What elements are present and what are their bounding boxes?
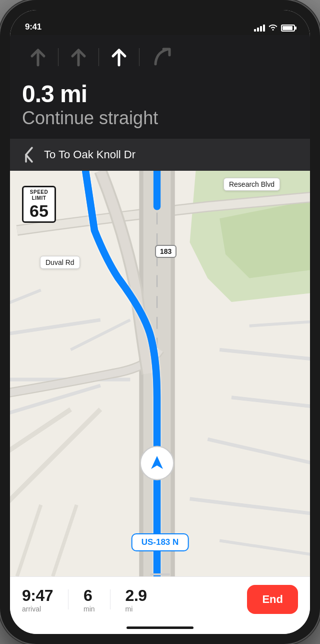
sub-instruction-text: To To Oak Knoll Dr [44, 148, 136, 161]
nav-header: 0.3 mi Continue straight [10, 35, 310, 139]
arrival-label: arrival [22, 605, 41, 613]
signal-bar-2 [257, 28, 259, 32]
status-icons [254, 24, 295, 32]
signal-bar-3 [260, 26, 262, 32]
speed-limit-label: SPEEDLIMIT [28, 189, 50, 201]
battery-icon [281, 25, 295, 32]
arrival-time: 9:47 [22, 586, 53, 605]
home-indicator [126, 626, 194, 629]
status-time: 9:41 [25, 22, 42, 32]
lane-arrow-3 [108, 42, 130, 72]
sub-arrow-icon [22, 146, 36, 164]
duval-rd-label: Duval Rd [40, 256, 80, 269]
signal-bar-4 [263, 25, 265, 32]
trip-distance-label: mi [126, 605, 133, 613]
wifi-icon [268, 24, 278, 32]
direction-text: Continue straight [22, 108, 298, 129]
divider-2 [110, 589, 110, 609]
signal-bar-1 [254, 29, 256, 32]
duration-value: 6 [84, 586, 92, 605]
phone-frame: 9:41 [0, 0, 320, 644]
arrival-group: 9:47 arrival [22, 586, 53, 613]
distance-group: 2.9 mi [126, 586, 147, 613]
lane-arrow-1 [27, 42, 49, 72]
research-blvd-label: Research Blvd [224, 178, 280, 191]
distance-row: 0.3 mi [22, 80, 298, 108]
phone-screen: 9:41 [10, 10, 310, 634]
lane-divider-3 [139, 48, 140, 66]
bottom-bar: 9:47 arrival 6 min 2.9 mi End [10, 576, 310, 634]
highway-183-badge: 183 [155, 245, 176, 258]
route-badge: US-183 N [132, 533, 189, 551]
lane-divider-1 [58, 48, 58, 66]
lane-arrow-2 [68, 42, 90, 72]
duration-group: 6 min [84, 586, 95, 613]
map-area[interactable]: SPEEDLIMIT 65 Research Blvd Duval Rd 183… [10, 171, 310, 576]
speed-limit-number: 65 [28, 202, 50, 219]
sub-instruction: To To Oak Knoll Dr [10, 139, 310, 171]
divider-1 [68, 589, 68, 609]
distance-value: 0.3 mi [22, 80, 87, 108]
signal-bars-icon [254, 25, 265, 32]
duration-label: min [84, 605, 95, 613]
trip-distance-value: 2.9 [126, 586, 147, 605]
end-button[interactable]: End [247, 585, 298, 614]
notch [108, 10, 212, 27]
lane-indicators [22, 42, 298, 72]
speed-limit-sign: SPEEDLIMIT 65 [22, 186, 56, 223]
lane-arrow-4 [148, 42, 176, 72]
battery-fill [282, 26, 292, 30]
map-svg [10, 171, 310, 576]
lane-divider-2 [98, 48, 99, 66]
panel-handle [150, 573, 170, 575]
